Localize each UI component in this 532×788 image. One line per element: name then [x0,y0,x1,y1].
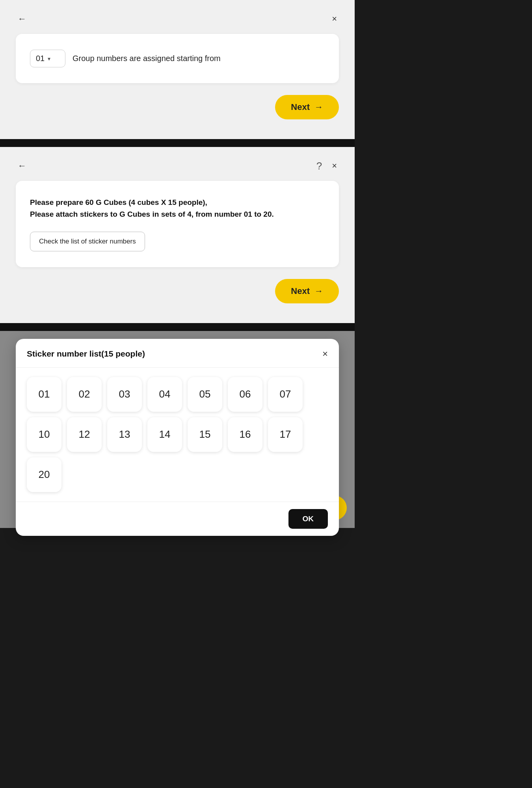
sticker-grid: 010203040506071012131415161720 [27,377,328,492]
modal-close-button[interactable]: × [322,348,328,359]
next-label-2: Next [291,286,310,296]
sticker-item: 01 [27,377,61,412]
sticker-item: 07 [268,377,303,412]
card-row-1: 01 ▾ Group numbers are assigned starting… [30,50,325,67]
close-button-2[interactable]: × [330,159,339,173]
modal-header: Sticker number list(15 people) × [16,339,339,368]
group-number-select[interactable]: 01 ▾ [30,50,65,67]
next-label-1: Next [291,102,310,112]
sticker-item: 10 [27,417,61,452]
section-3: ← ? × Sticker number list(15 people) × 0… [0,331,355,528]
card-2: Please prepare 60 G Cubes (4 cubes X 15 … [16,181,339,267]
divider-1 [0,139,355,147]
select-value: 01 [36,54,45,63]
next-arrow-1: → [314,102,323,112]
help-button-2[interactable]: ? [316,160,322,172]
nav-row-2: ← ? × [16,159,339,173]
next-button-2[interactable]: Next → [275,279,339,303]
sticker-item: 13 [107,417,142,452]
close-button-1[interactable]: × [330,12,339,26]
section-1: ← × 01 ▾ Group numbers are assigned star… [0,0,355,139]
card-1: 01 ▾ Group numbers are assigned starting… [16,34,339,83]
chevron-down-icon: ▾ [48,56,50,62]
section-2: ← ? × Please prepare 60 G Cubes (4 cubes… [0,147,355,323]
check-sticker-list-button[interactable]: Check the list of sticker numbers [30,232,145,251]
sticker-item: 17 [268,417,303,452]
ok-button[interactable]: OK [288,509,328,529]
back-button-2[interactable]: ← [16,159,28,173]
sticker-modal: Sticker number list(15 people) × 0102030… [16,339,339,536]
modal-footer: OK [16,502,339,536]
divider-2 [0,323,355,331]
sticker-item: 15 [188,417,222,452]
modal-title: Sticker number list(15 people) [27,349,145,359]
instruction-text: Please prepare 60 G Cubes (4 cubes X 15 … [30,197,325,221]
modal-body: 010203040506071012131415161720 [16,368,339,502]
sticker-item: 16 [228,417,262,452]
card-instruction-text: Group numbers are assigned starting from [73,54,221,63]
instruction-line-1: Please prepare 60 G Cubes (4 cubes X 15 … [30,198,207,206]
next-arrow-2: → [314,286,323,296]
back-button-1[interactable]: ← [16,12,28,26]
next-button-1[interactable]: Next → [275,95,339,119]
instruction-line-2: Please attach stickers to G Cubes in set… [30,210,274,218]
sticker-item: 14 [147,417,182,452]
sticker-item: 02 [67,377,102,412]
sticker-item: 04 [147,377,182,412]
sticker-item: 03 [107,377,142,412]
nav-row-1: ← × [16,12,339,26]
sticker-item: 05 [188,377,222,412]
sticker-item: 06 [228,377,262,412]
sticker-item: 20 [27,457,61,492]
sticker-item: 12 [67,417,102,452]
